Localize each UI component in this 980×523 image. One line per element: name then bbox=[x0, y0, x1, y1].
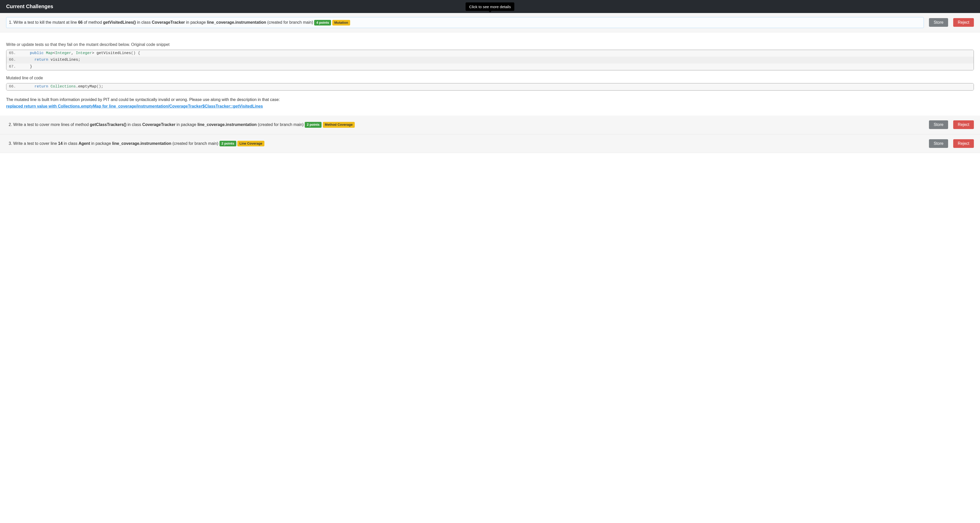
line-number: 65. bbox=[9, 51, 21, 56]
code: } bbox=[21, 64, 32, 70]
class-name: CoverageTracker bbox=[152, 20, 185, 24]
method-name: getVisitedLines() bbox=[103, 20, 136, 24]
text: in class bbox=[126, 122, 142, 127]
text: Write a test to cover line bbox=[13, 141, 58, 146]
reject-button[interactable]: Reject bbox=[953, 120, 974, 129]
line-number: 14 bbox=[58, 141, 63, 146]
pit-description-link[interactable]: replaced return value with Collections.e… bbox=[6, 103, 974, 109]
reject-button[interactable]: Reject bbox=[953, 139, 974, 148]
code-line: 66. return visitedLines; bbox=[6, 57, 974, 63]
code-line: 67. } bbox=[6, 63, 974, 70]
class-name: CoverageTracker bbox=[142, 122, 176, 127]
challenge-num: 1. bbox=[9, 20, 12, 24]
code: return Collections.emptyMap(); bbox=[21, 84, 103, 90]
text: (created for branch main) bbox=[171, 141, 218, 146]
panel-title: Current Challenges bbox=[6, 3, 53, 9]
package-name: line_coverage.instrumentation bbox=[112, 141, 171, 146]
text: (created for branch main) bbox=[266, 20, 313, 24]
challenge-details: Write or update tests so that they fail … bbox=[0, 32, 980, 116]
text: in class bbox=[136, 20, 151, 24]
challenge-summary[interactable]: 3. Write a test to cover line 14 in clas… bbox=[6, 138, 924, 149]
challenge-row: 2. Write a test to cover more lines of m… bbox=[0, 116, 980, 135]
details-intro: Write or update tests so that they fail … bbox=[6, 41, 974, 48]
mutated-code-block: 66. return Collections.emptyMap(); bbox=[6, 83, 974, 90]
text: Write a test to kill the mutant at line bbox=[14, 20, 78, 24]
line-number: 66 bbox=[78, 20, 83, 24]
challenge-summary[interactable]: 1. Write a test to kill the mutant at li… bbox=[6, 17, 924, 28]
panel-header: Current Challenges Click to see more det… bbox=[0, 0, 980, 13]
store-button[interactable]: Store bbox=[929, 139, 948, 148]
points-badge: 2 points bbox=[305, 122, 321, 127]
line-number: 66. bbox=[9, 57, 21, 63]
tooltip-wrap: Click to see more details bbox=[466, 2, 514, 11]
tooltip: Click to see more details bbox=[466, 2, 514, 11]
method-name: getClassTrackers() bbox=[90, 122, 126, 127]
challenge-row: 1. Write a test to kill the mutant at li… bbox=[0, 13, 980, 32]
type-badge: Mutation bbox=[332, 20, 350, 25]
challenges-panel: Current Challenges Click to see more det… bbox=[0, 0, 980, 153]
text: (created for branch main) bbox=[258, 122, 304, 127]
challenge-row: 3. Write a test to cover line 14 in clas… bbox=[0, 135, 980, 153]
points-badge: 4 points bbox=[314, 20, 331, 25]
package-name: line_coverage.instrumentation bbox=[207, 20, 266, 24]
challenge-num: 2. bbox=[9, 122, 12, 127]
text: in class bbox=[62, 141, 78, 146]
text: of method bbox=[83, 20, 103, 24]
code-line: 65. public Map<Integer, Integer> getVisi… bbox=[6, 50, 974, 57]
type-badge: Method Coverage bbox=[323, 122, 355, 127]
challenge-num: 3. bbox=[9, 141, 12, 146]
class-name: Agent bbox=[79, 141, 90, 146]
code: public Map<Integer, Integer> getVisitedL… bbox=[21, 51, 140, 56]
challenge-summary[interactable]: 2. Write a test to cover more lines of m… bbox=[6, 120, 924, 130]
text: in package bbox=[175, 122, 197, 127]
disclaimer: The mutated line is built from informati… bbox=[6, 97, 974, 109]
code: return visitedLines; bbox=[21, 57, 80, 63]
type-badge: Line Coverage bbox=[237, 141, 264, 146]
points-badge: 2 points bbox=[220, 141, 236, 146]
disclaimer-text: The mutated line is built from informati… bbox=[6, 97, 280, 102]
line-number: 66. bbox=[9, 84, 21, 90]
code-line: 66. return Collections.emptyMap(); bbox=[6, 83, 974, 90]
line-number: 67. bbox=[9, 64, 21, 70]
store-button[interactable]: Store bbox=[929, 120, 948, 129]
mutated-heading: Mutated line of code bbox=[6, 75, 974, 81]
text: in package bbox=[90, 141, 112, 146]
store-button[interactable]: Store bbox=[929, 18, 948, 27]
text: in package bbox=[185, 20, 207, 24]
reject-button[interactable]: Reject bbox=[953, 18, 974, 27]
text: Write a test to cover more lines of meth… bbox=[13, 122, 90, 127]
package-name: line_coverage.instrumentation bbox=[197, 122, 257, 127]
original-code-block: 65. public Map<Integer, Integer> getVisi… bbox=[6, 50, 974, 71]
